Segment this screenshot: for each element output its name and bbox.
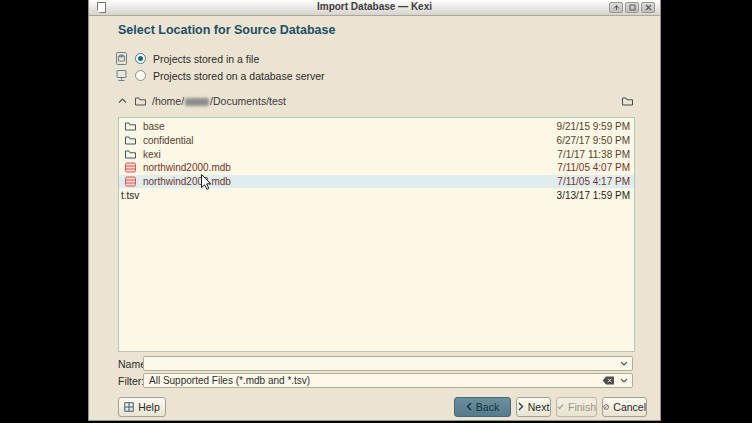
folder-icon (125, 136, 138, 145)
source-type-options: Projects stored in a file Projects store… (114, 50, 325, 84)
radio-projects-in-file[interactable] (135, 53, 146, 64)
chevron-right-icon (518, 402, 524, 411)
file-row-northwind2000[interactable]: northwind2000.mdb 7/11/05 4:07 PM (119, 161, 634, 175)
help-label: Help (138, 401, 160, 413)
window-title: Import Database — Kexi (89, 1, 660, 12)
arrow-up-icon (613, 4, 620, 11)
check-icon (557, 402, 564, 411)
finish-button[interactable]: Finish (556, 397, 597, 417)
window-close-button[interactable] (641, 2, 655, 13)
file-name: confidential (143, 135, 194, 146)
bookmark-folder-button[interactable] (622, 97, 633, 106)
back-button[interactable]: Back (454, 397, 511, 417)
desktop-background: Import Database — Kexi Select Location f… (0, 0, 752, 423)
file-modified: 7/11/05 4:07 PM (557, 162, 630, 173)
filter-select[interactable]: All Supported Files (*.mdb and *.tsv) (143, 373, 633, 388)
folder-icon (125, 150, 138, 159)
file-modified: 7/11/05 4:17 PM (557, 176, 630, 187)
chevron-down-icon[interactable] (620, 361, 628, 366)
redacted-username (185, 98, 209, 106)
backspace-icon (602, 376, 615, 385)
help-icon (124, 402, 134, 412)
maximize-icon (629, 4, 636, 11)
file-database-icon (114, 52, 128, 66)
location-bar: /home//Documents/test (118, 93, 633, 109)
finish-label: Finish (568, 401, 596, 413)
window-shade-button[interactable] (609, 2, 623, 13)
option-server-row[interactable]: Projects stored on a database server (114, 67, 325, 84)
file-row-kexi[interactable]: kexi 7/1/17 11:38 PM (119, 147, 634, 161)
next-button[interactable]: Next (516, 397, 551, 417)
help-button[interactable]: Help (118, 397, 166, 417)
option-file-label: Projects stored in a file (153, 53, 259, 65)
cancel-label: Cancel (613, 401, 646, 413)
file-row-t-tsv[interactable]: t.tsv 3/13/17 1:59 PM (119, 188, 634, 202)
file-name: northwind2000.mdb (143, 162, 231, 173)
close-icon (645, 4, 652, 11)
cancel-icon (603, 402, 609, 412)
name-field-row: Name: (118, 356, 633, 371)
back-label: Back (476, 401, 499, 413)
dialog-button-row: Help Back Next Finish Cancel (118, 396, 647, 417)
window-maximize-button[interactable] (625, 2, 639, 13)
file-row-confidential[interactable]: confidential 6/27/17 9:50 PM (119, 134, 634, 148)
mouse-cursor (201, 174, 212, 194)
option-file-row[interactable]: Projects stored in a file (114, 50, 325, 67)
chevron-up-icon (118, 98, 127, 104)
folder-icon (125, 122, 138, 131)
file-name: northwind2003.mdb (143, 176, 231, 187)
go-up-button[interactable] (118, 98, 127, 104)
file-list[interactable]: base 9/21/15 9:59 PM confidential 6/27/1… (118, 117, 635, 352)
file-modified: 7/1/17 11:38 PM (557, 149, 630, 160)
next-label: Next (528, 401, 550, 413)
current-folder-icon (135, 97, 146, 106)
file-name: kexi (143, 149, 161, 160)
file-modified: 9/21/15 9:59 PM (557, 121, 630, 132)
database-file-icon (125, 162, 138, 173)
file-name: t.tsv (121, 190, 139, 201)
file-row-northwind2003[interactable]: northwind2003.mdb 7/11/05 4:17 PM (119, 175, 634, 189)
cancel-button[interactable]: Cancel (602, 397, 647, 417)
folder-icon (622, 97, 633, 106)
current-path[interactable]: /home//Documents/test (152, 95, 286, 107)
filter-label: Filter: (118, 375, 143, 387)
file-row-base[interactable]: base 9/21/15 9:59 PM (119, 120, 634, 134)
name-label: Name: (118, 358, 143, 370)
option-server-label: Projects stored on a database server (153, 70, 325, 82)
clear-filter-button[interactable] (602, 376, 615, 385)
file-modified: 6/27/17 9:50 PM (557, 135, 630, 146)
database-file-icon (125, 176, 138, 187)
chevron-down-icon[interactable] (620, 378, 628, 383)
file-modified: 3/13/17 1:59 PM (557, 190, 630, 201)
page-title: Select Location for Source Database (118, 23, 335, 37)
file-name: base (143, 121, 165, 132)
import-database-dialog: Import Database — Kexi Select Location f… (88, 0, 661, 421)
radio-projects-on-server[interactable] (135, 70, 146, 81)
title-bar[interactable]: Import Database — Kexi (89, 0, 660, 16)
filter-value: All Supported Files (*.mdb and *.tsv) (149, 375, 597, 386)
database-server-icon (114, 69, 128, 83)
chevron-left-icon (466, 402, 472, 411)
name-input[interactable] (143, 356, 633, 371)
filter-field-row: Filter: All Supported Files (*.mdb and *… (118, 373, 633, 388)
